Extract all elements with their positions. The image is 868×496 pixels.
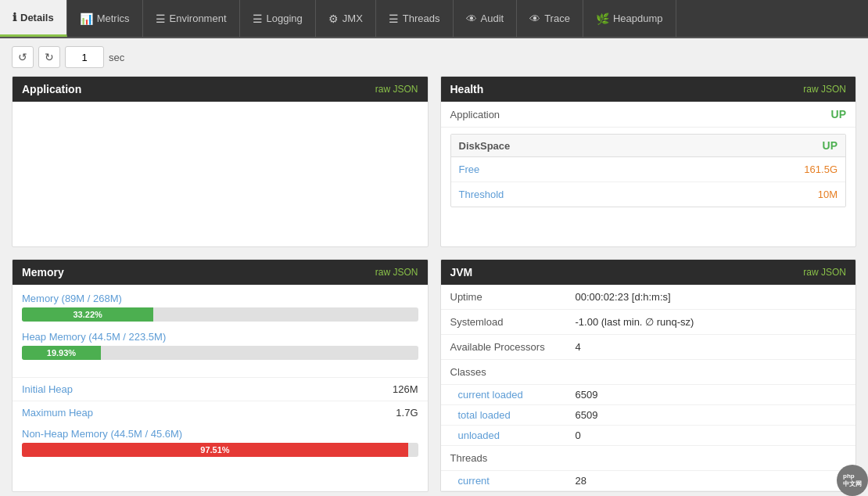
tab-heapdump[interactable]: 🌿 Heapdump xyxy=(583,0,676,37)
audit-icon: 👁 xyxy=(466,13,477,25)
interval-unit-label: sec xyxy=(109,52,124,63)
tab-threads[interactable]: ☰ Threads xyxy=(376,0,454,37)
jvm-processors-label: Available Processors xyxy=(450,341,576,353)
diskspace-header: DiskSpace UP xyxy=(451,135,846,157)
memory-raw-json-link[interactable]: raw JSON xyxy=(375,267,418,278)
non-heap-memory-item: Non-Heap Memory (44.5M / 45.6M) 97.51% xyxy=(22,428,418,457)
application-card: Application raw JSON xyxy=(12,76,429,247)
main-content: Application raw JSON Health raw JSON App… xyxy=(0,76,868,496)
toolbar: ↺ ↻ sec xyxy=(0,38,868,76)
jvm-classes-unloaded-label: unloaded xyxy=(450,430,576,441)
application-card-body xyxy=(13,102,428,246)
jvm-classes-current-value: 6509 xyxy=(576,389,598,401)
diskspace-free-row: Free 161.5G xyxy=(451,157,846,182)
tab-trace[interactable]: 👁 Trace xyxy=(517,0,583,37)
diskspace-threshold-value: 10M xyxy=(818,189,838,200)
jmx-icon: ⚙ xyxy=(328,13,339,25)
tab-heapdump-label: Heapdump xyxy=(613,13,663,24)
jvm-uptime-label: Uptime xyxy=(450,291,576,303)
refresh-button[interactable]: ↺ xyxy=(12,46,34,68)
diskspace-status: UP xyxy=(823,139,838,152)
jvm-classes-total-row: total loaded 6509 xyxy=(441,405,856,426)
auto-refresh-icon: ↻ xyxy=(45,51,54,63)
jvm-processors-value: 4 xyxy=(576,341,847,353)
initial-heap-row: Initial Heap 126M xyxy=(13,377,428,401)
logging-icon: ☰ xyxy=(253,13,263,25)
health-raw-json-link[interactable]: raw JSON xyxy=(803,84,846,95)
heap-progress-bar: 19.93% xyxy=(22,346,101,360)
auto-refresh-button[interactable]: ↻ xyxy=(38,46,60,68)
top-navigation: ℹ Details 📊 Metrics ☰ Environment ☰ Logg… xyxy=(0,0,868,38)
memory-card-header: Memory raw JSON xyxy=(13,260,428,285)
tab-logging-label: Logging xyxy=(267,13,303,24)
jvm-card-body: Uptime 00:00:02:23 [d:h:m:s] Systemload … xyxy=(441,285,856,491)
jvm-classes-label: Classes xyxy=(450,366,576,378)
tab-threads-label: Threads xyxy=(403,13,440,24)
tab-metrics[interactable]: 📊 Metrics xyxy=(67,0,143,37)
diskspace-label: DiskSpace xyxy=(459,140,511,152)
memory-total-title: Memory (89M / 268M) xyxy=(22,293,418,304)
heapdump-icon: 🌿 xyxy=(596,13,609,25)
jvm-systemload-value: -1.00 (last min. ∅ runq-sz) xyxy=(576,316,847,328)
tab-audit[interactable]: 👁 Audit xyxy=(454,0,518,37)
threads-icon: ☰ xyxy=(389,13,399,25)
jvm-threads-row: Threads xyxy=(441,446,856,471)
diskspace-section: DiskSpace UP Free 161.5G Threshold 10M xyxy=(450,134,847,207)
initial-heap-label: Initial Heap xyxy=(22,383,73,395)
tab-logging[interactable]: ☰ Logging xyxy=(240,0,316,37)
jvm-classes-current-label: current loaded xyxy=(450,389,576,401)
health-card-header: Health raw JSON xyxy=(441,77,856,102)
maximum-heap-value: 1.7G xyxy=(396,407,418,419)
jvm-classes-total-label: total loaded xyxy=(450,409,576,421)
memory-total-item: Memory (89M / 268M) 33.22% xyxy=(22,293,418,322)
memory-card-title: Memory xyxy=(22,266,64,279)
health-card: Health raw JSON Application UP DiskSpace… xyxy=(440,76,857,247)
heap-progress-wrap: 19.93% xyxy=(22,346,418,360)
health-application-row: Application UP xyxy=(441,102,856,128)
jvm-classes-current-row: current loaded 6509 xyxy=(441,385,856,405)
initial-heap-value: 126M xyxy=(393,383,418,395)
jvm-systemload-label: Systemload xyxy=(450,316,576,328)
memory-percent-label: 33.22% xyxy=(73,310,102,319)
application-raw-json-link[interactable]: raw JSON xyxy=(375,84,418,95)
non-heap-progress-bar: 97.51% xyxy=(22,443,408,457)
tab-details[interactable]: ℹ Details xyxy=(0,0,67,37)
jvm-card-header: JVM raw JSON xyxy=(441,260,856,285)
details-icon: ℹ xyxy=(13,11,16,23)
tab-environment[interactable]: ☰ Environment xyxy=(143,0,240,37)
health-card-title: Health xyxy=(450,83,484,95)
jvm-card-title: JVM xyxy=(450,266,473,279)
metrics-icon: 📊 xyxy=(80,13,93,25)
non-heap-progress-wrap: 97.51% xyxy=(22,443,418,457)
jvm-raw-json-link[interactable]: raw JSON xyxy=(803,267,846,278)
health-application-status: UP xyxy=(831,108,846,120)
health-application-label: Application xyxy=(450,109,500,120)
jvm-uptime-row: Uptime 00:00:02:23 [d:h:m:s] xyxy=(441,285,856,310)
tab-jmx-label: JMX xyxy=(343,13,363,24)
interval-input[interactable] xyxy=(65,46,104,68)
environment-icon: ☰ xyxy=(156,13,166,25)
tab-details-label: Details xyxy=(20,12,54,23)
diskspace-free-value: 161.5G xyxy=(804,164,838,175)
jvm-classes-unloaded-value: 0 xyxy=(576,430,581,441)
tab-metrics-label: Metrics xyxy=(97,13,130,24)
diskspace-free-label: Free xyxy=(459,164,480,175)
jvm-threads-current-label: current xyxy=(450,475,576,487)
memory-progress-wrap: 33.22% xyxy=(22,307,418,322)
application-card-header: Application raw JSON xyxy=(13,77,428,102)
php-logo: php中文网 xyxy=(837,465,868,496)
tab-trace-label: Trace xyxy=(544,13,570,24)
diskspace-threshold-label: Threshold xyxy=(459,189,504,200)
tab-environment-label: Environment xyxy=(170,13,227,24)
diskspace-threshold-row: Threshold 10M xyxy=(451,182,846,207)
jvm-classes-total-value: 6509 xyxy=(576,409,598,421)
heap-memory-item: Heap Memory (44.5M / 223.5M) 19.93% xyxy=(22,331,418,360)
jvm-systemload-row: Systemload -1.00 (last min. ∅ runq-sz) xyxy=(441,310,856,335)
maximum-heap-label: Maximum Heap xyxy=(22,407,93,419)
non-heap-title: Non-Heap Memory (44.5M / 45.6M) xyxy=(22,428,418,440)
tab-audit-label: Audit xyxy=(481,13,504,24)
tab-jmx[interactable]: ⚙ JMX xyxy=(316,0,376,37)
jvm-card: JVM raw JSON Uptime 00:00:02:23 [d:h:m:s… xyxy=(440,259,857,492)
refresh-icon: ↺ xyxy=(18,51,27,63)
memory-section: Memory (89M / 268M) 33.22% Heap Memory (… xyxy=(13,285,428,377)
